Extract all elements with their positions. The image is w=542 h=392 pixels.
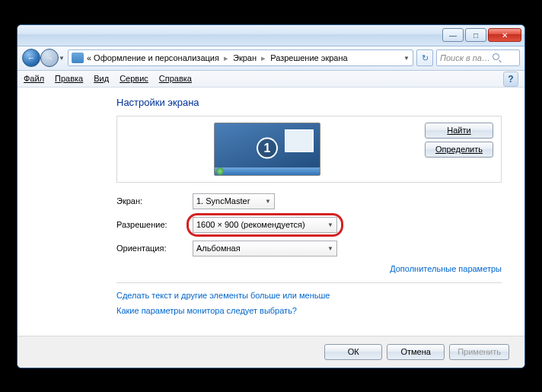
display-dropdown[interactable]: 1. SyncMaster ▼ [193, 193, 275, 209]
text-size-link[interactable]: Сделать текст и другие элементы больше и… [116, 291, 502, 300]
menu-view[interactable]: Вид [94, 74, 109, 83]
detect-button[interactable]: Определить [425, 142, 493, 158]
breadcrumb-item-resolution[interactable]: Разрешение экрана [270, 53, 347, 62]
row-orientation: Ориентация: Альбомная ▼ [116, 241, 502, 257]
nav-history-dropdown[interactable]: ▼ [59, 55, 65, 62]
titlebar[interactable]: — □ ✕ [18, 25, 524, 46]
nav-arrows: ← → ▼ [22, 49, 65, 67]
orientation-dropdown[interactable]: Альбомная ▼ [193, 241, 337, 257]
monitor-preview[interactable]: 1 [214, 123, 320, 176]
breadcrumb[interactable]: « Оформление и персонализация ▸ Экран ▸ … [87, 53, 400, 63]
search-icon [493, 53, 502, 62]
advanced-link-row: Дополнительные параметры [116, 264, 502, 273]
page-title: Настройки экрана [116, 97, 502, 108]
monitor-help-link[interactable]: Какие параметры монитора следует выбрать… [116, 306, 502, 315]
chevron-down-icon: ▼ [265, 198, 271, 205]
preview-window-icon [285, 129, 314, 152]
preview-buttons: Найти Определить [425, 123, 493, 158]
screen-resolution-window: — □ ✕ ← → ▼ « Оформление и персонализаци… [17, 24, 525, 368]
close-button[interactable]: ✕ [488, 28, 521, 42]
help-button[interactable]: ? [503, 72, 518, 87]
label-display: Экран: [116, 196, 193, 206]
resolution-dropdown[interactable]: 1600 × 900 (рекомендуется) ▼ [193, 217, 337, 233]
label-orientation: Ориентация: [116, 244, 193, 253]
display-value: 1. SyncMaster [196, 196, 260, 206]
breadcrumb-item-appearance[interactable]: Оформление и персонализация [94, 53, 219, 62]
apply-button[interactable]: Применить [449, 344, 509, 360]
menu-tools[interactable]: Сервис [120, 74, 148, 83]
info-links: Сделать текст и другие элементы больше и… [116, 282, 502, 315]
search-input[interactable]: Поиск в па… [436, 49, 520, 66]
address-dropdown-icon[interactable]: ▼ [403, 55, 410, 62]
breadcrumb-prefix: « [87, 53, 91, 62]
address-bar[interactable]: « Оформление и персонализация ▸ Экран ▸ … [68, 49, 413, 66]
ok-button[interactable]: ОК [324, 344, 382, 360]
forward-button[interactable]: → [40, 49, 59, 67]
orientation-value: Альбомная [196, 244, 323, 253]
preview-taskbar [215, 167, 320, 175]
monitor-icon [72, 53, 84, 63]
chevron-down-icon: ▼ [327, 221, 333, 228]
window-controls: — □ ✕ [442, 28, 521, 42]
minimize-button[interactable]: — [442, 28, 464, 42]
chevron-right-icon[interactable]: ▸ [261, 53, 266, 62]
back-button[interactable]: ← [22, 49, 40, 67]
advanced-settings-link[interactable]: Дополнительные параметры [390, 264, 502, 273]
breadcrumb-item-display[interactable]: Экран [233, 53, 257, 62]
content-area: Настройки экрана 1 Найти Определить Экра… [18, 88, 524, 336]
search-placeholder: Поиск в па… [440, 53, 490, 62]
preview-start-icon [216, 167, 224, 175]
refresh-button[interactable]: ↻ [416, 49, 433, 66]
chevron-down-icon: ▼ [327, 245, 333, 252]
navigation-bar: ← → ▼ « Оформление и персонализация ▸ Эк… [18, 46, 524, 71]
row-display: Экран: 1. SyncMaster ▼ [116, 193, 502, 209]
menu-file[interactable]: Файл [24, 74, 44, 83]
dialog-footer: ОК Отмена Применить [18, 336, 524, 368]
label-resolution: Разрешение: [116, 220, 193, 229]
row-resolution: Разрешение: 1600 × 900 (рекомендуется) ▼ [116, 217, 502, 233]
menu-help[interactable]: Справка [159, 74, 192, 83]
cancel-button[interactable]: Отмена [387, 344, 445, 360]
chevron-right-icon[interactable]: ▸ [224, 53, 228, 62]
menu-edit[interactable]: Правка [55, 74, 83, 83]
menu-bar: Файл Правка Вид Сервис Справка [18, 71, 524, 88]
monitor-number-badge: 1 [257, 137, 278, 158]
resolution-highlight: 1600 × 900 (рекомендуется) ▼ [193, 217, 337, 233]
maximize-button[interactable]: □ [465, 28, 486, 42]
resolution-value: 1600 × 900 (рекомендуется) [196, 220, 323, 229]
monitor-preview-panel: 1 Найти Определить [116, 116, 502, 183]
find-button[interactable]: Найти [425, 123, 493, 139]
